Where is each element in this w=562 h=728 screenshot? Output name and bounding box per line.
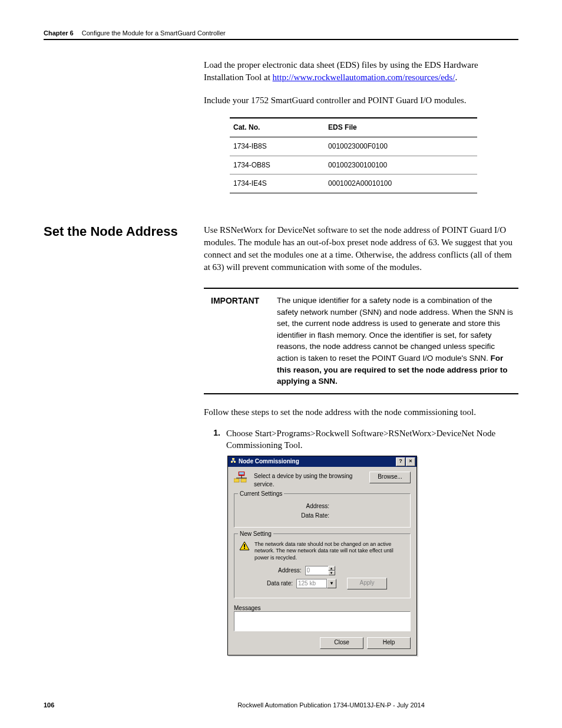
messages-legend: Messages — [234, 605, 261, 611]
new-rate-label: Data rate: — [257, 579, 296, 588]
new-address-row: Address: ▲ ▼ — [239, 566, 405, 575]
address-value — [333, 502, 356, 510]
dialog-titlebar: Node Commissioning ? × — [228, 456, 416, 467]
rate-input[interactable] — [296, 579, 327, 588]
address-input[interactable] — [305, 566, 328, 575]
intro-block: Load the proper electronic data sheet (E… — [204, 59, 518, 193]
intro-paragraph-2: Include your 1752 SmartGuard controller … — [204, 94, 518, 107]
cell: 1734-IE4S — [230, 174, 325, 193]
current-address-row: Address: — [239, 502, 405, 510]
svg-rect-14 — [244, 548, 245, 549]
current-settings-group: Current Settings Address: Data Rate: — [234, 493, 411, 528]
address-label: Address: — [288, 502, 333, 510]
warning-row: The network data rate should not be chan… — [239, 541, 405, 561]
rate-combo[interactable]: ▼ — [296, 579, 336, 588]
warning-text: The network data rate should not be chan… — [254, 541, 405, 561]
new-legend: New Setting — [238, 530, 273, 538]
messages-box — [234, 611, 411, 631]
cell: 1734-IB8S — [230, 137, 325, 156]
eds-th-file: EDS File — [325, 118, 477, 137]
apply-button[interactable]: Apply — [347, 578, 387, 589]
step-num: 1. — [204, 427, 226, 452]
node-commissioning-dialog: Node Commissioning ? × — [227, 456, 417, 655]
new-rate-row: Data rate: ▼ Apply — [239, 578, 405, 589]
network-tree-icon — [230, 457, 236, 466]
page: Chapter 6 Configure the Module for a Sma… — [0, 0, 562, 725]
help-button[interactable]: Help — [367, 637, 411, 649]
table-row: 1734-OB8S 001002300100100 — [230, 156, 477, 174]
chapter-title: Configure the Module for a SmartGuard Co… — [82, 29, 226, 37]
section-heading: Set the Node Address — [44, 224, 204, 655]
chapter-number: Chapter 6 — [44, 29, 74, 37]
intro-text-end: . — [455, 73, 457, 82]
warning-icon — [239, 541, 251, 551]
intro-paragraph-1: Load the proper electronic data sheet (E… — [204, 59, 518, 84]
eds-link[interactable]: http://www.rockwellautomation.com/resour… — [273, 73, 455, 82]
address-spinner[interactable]: ▲ ▼ — [305, 566, 335, 575]
close-icon[interactable]: × — [406, 457, 415, 466]
eds-table: Cat. No. EDS File 1734-IB8S 0010023000F0… — [230, 117, 477, 193]
current-legend: Current Settings — [238, 490, 284, 498]
cell: 0010023000F0100 — [325, 137, 477, 156]
rate-value — [333, 512, 356, 520]
spin-down-icon[interactable]: ▼ — [328, 571, 335, 575]
section-p1: Use RSNetWorx for DeviceNet software to … — [204, 224, 518, 274]
dialog-body: Select a device by using the browsing se… — [228, 467, 416, 655]
select-row: Select a device by using the browsing se… — [234, 472, 411, 489]
browse-button[interactable]: Browse... — [369, 472, 411, 483]
page-number: 106 — [44, 701, 144, 709]
important-text: The unique identifier for a safety node … — [277, 295, 518, 387]
cell: 0001002A00010100 — [325, 174, 477, 193]
current-rate-row: Data Rate: — [239, 512, 405, 520]
important-label: IMPORTANT — [204, 295, 277, 387]
dialog-title: Node Commissioning — [239, 457, 395, 466]
svg-rect-1 — [232, 458, 234, 460]
publication-info: Rockwell Automation Publication 1734-UM0… — [144, 701, 518, 709]
important-box: IMPORTANT The unique identifier for a sa… — [204, 288, 518, 394]
close-button[interactable]: Close — [320, 637, 363, 649]
step-1: 1. Choose Start>Programs>Rockwell Softwa… — [204, 427, 518, 452]
svg-rect-11 — [241, 479, 246, 482]
svg-rect-13 — [244, 544, 245, 547]
follow-text: Follow these steps to set the node addre… — [204, 406, 518, 419]
new-address-label: Address: — [266, 566, 305, 575]
important-text-a: The unique identifier for a safety node … — [277, 296, 513, 363]
chevron-down-icon[interactable]: ▼ — [327, 579, 336, 588]
page-header: Chapter 6 Configure the Module for a Sma… — [44, 29, 518, 40]
spin-up-icon[interactable]: ▲ — [328, 566, 335, 571]
new-setting-group: New Setting The network data rate should… — [234, 533, 411, 598]
select-label: Select a device by using the browsing se… — [254, 472, 369, 489]
table-row: 1734-IE4S 0001002A00010100 — [230, 174, 477, 193]
cell: 1734-OB8S — [230, 156, 325, 174]
cell: 001002300100100 — [325, 156, 477, 174]
table-row: 1734-IB8S 0010023000F0100 — [230, 137, 477, 156]
help-icon[interactable]: ? — [396, 457, 405, 466]
step-list: 1. Choose Start>Programs>Rockwell Softwa… — [204, 427, 518, 452]
devices-icon — [234, 472, 249, 485]
svg-rect-7 — [239, 472, 244, 475]
messages-group: Messages — [234, 604, 411, 631]
step-text: Choose Start>Programs>Rockwell Software>… — [226, 427, 518, 452]
page-footer: 106 Rockwell Automation Publication 1734… — [44, 701, 518, 709]
rate-label: Data Rate: — [288, 512, 333, 520]
section-set-node-address: Set the Node Address Use RSNetWorx for D… — [44, 224, 518, 655]
section-body: Use RSNetWorx for DeviceNet software to … — [204, 224, 518, 655]
dialog-footer: Close Help — [234, 637, 411, 649]
svg-rect-10 — [234, 479, 239, 482]
eds-th-cat: Cat. No. — [230, 118, 325, 137]
